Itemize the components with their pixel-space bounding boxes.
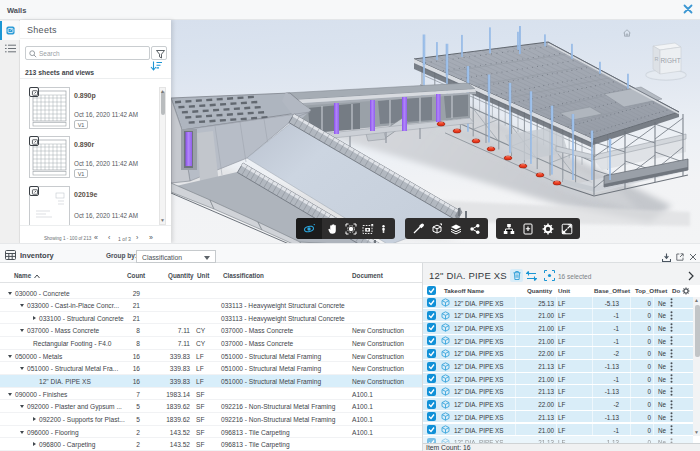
svg-text:RIGHT: RIGHT — [660, 57, 680, 64]
svg-text:R: R — [655, 56, 659, 62]
